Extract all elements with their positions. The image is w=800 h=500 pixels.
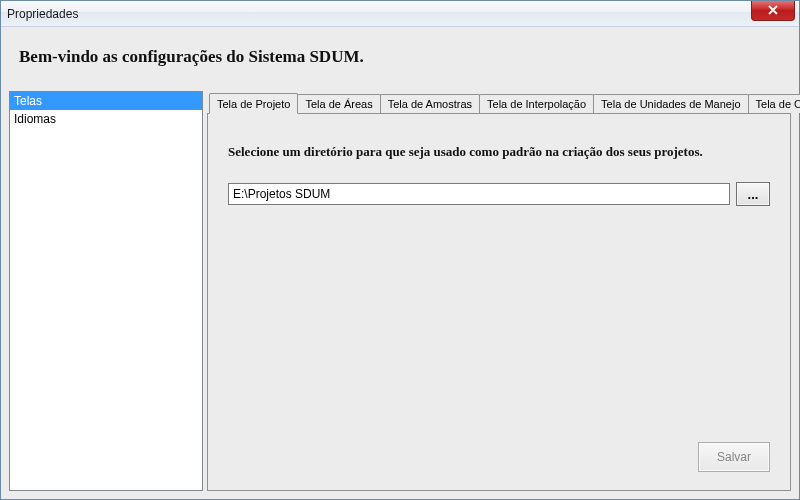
tab-projeto[interactable]: Tela de Projeto: [209, 93, 298, 114]
tab-amostras[interactable]: Tela de Amostras: [380, 94, 480, 113]
path-row: ...: [228, 182, 770, 206]
sidebar-item-idiomas[interactable]: Idiomas: [10, 110, 202, 128]
client-area: Bem-vindo as configurações do Sistema SD…: [1, 27, 799, 499]
tab-label: Tela de Projeto: [217, 98, 290, 110]
tab-unidades-manejo[interactable]: Tela de Unidades de Manejo: [593, 94, 748, 113]
tab-label: Tela de Correlação: [756, 98, 800, 110]
sidebar-item-label: Idiomas: [14, 112, 56, 126]
heading-container: Bem-vindo as configurações do Sistema SD…: [9, 33, 791, 85]
tabstrip: Tela de Projeto Tela de Áreas Tela de Am…: [207, 91, 791, 113]
panel-footer: Salvar: [228, 442, 770, 472]
save-button[interactable]: Salvar: [698, 442, 770, 472]
main-panel: Tela de Projeto Tela de Áreas Tela de Am…: [207, 91, 791, 491]
titlebar: Propriedades: [1, 1, 799, 27]
tab-label: Tela de Amostras: [388, 98, 472, 110]
window: Propriedades Bem-vindo as configurações …: [0, 0, 800, 500]
sidebar: Telas Idiomas: [9, 91, 203, 491]
tab-interpolacao[interactable]: Tela de Interpolação: [479, 94, 594, 113]
close-icon: [768, 1, 778, 19]
directory-input[interactable]: [228, 183, 730, 205]
tab-label: Tela de Interpolação: [487, 98, 586, 110]
window-title: Propriedades: [7, 7, 78, 21]
tab-panel: Selecione um diretório para que seja usa…: [207, 113, 791, 491]
tab-label: Tela de Unidades de Manejo: [601, 98, 740, 110]
tab-label: Tela de Áreas: [305, 98, 372, 110]
sidebar-item-label: Telas: [14, 94, 42, 108]
browse-button[interactable]: ...: [736, 182, 770, 206]
close-button[interactable]: [751, 1, 795, 21]
tab-areas[interactable]: Tela de Áreas: [297, 94, 380, 113]
tab-correlacao[interactable]: Tela de Correlação: [748, 94, 800, 113]
sidebar-item-telas[interactable]: Telas: [10, 92, 202, 110]
instruction-text: Selecione um diretório para que seja usa…: [228, 144, 770, 160]
content-row: Telas Idiomas Tela de Projeto Tela de Ár…: [9, 91, 791, 491]
browse-button-label: ...: [748, 187, 759, 202]
page-title: Bem-vindo as configurações do Sistema SD…: [19, 47, 781, 67]
